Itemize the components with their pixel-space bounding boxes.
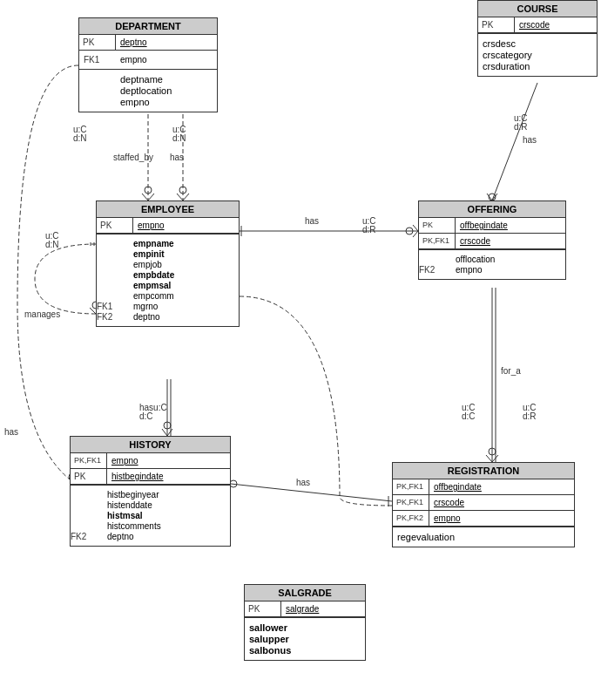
employee-entity: EMPLOYEE PK empno empname empinit empjob…: [96, 200, 240, 327]
notation-dn-2: d:N: [172, 133, 186, 143]
history-pk-field2: histbegindate: [107, 469, 168, 484]
history-pk-label: PK: [71, 469, 107, 484]
course-crscategory: crscategory: [483, 50, 532, 60]
dept-fk1-label: FK1: [84, 55, 120, 65]
emp-blank-6: [97, 291, 133, 301]
off-fk2-label: FK2: [419, 265, 456, 275]
offering-pk-field1: offbegindate: [456, 218, 512, 233]
svg-line-31: [162, 429, 167, 436]
svg-line-6: [183, 194, 189, 200]
sal-salbonus: salbonus: [249, 645, 291, 656]
svg-line-22: [487, 194, 492, 200]
svg-line-9: [90, 308, 96, 314]
employee-pk-field: empno: [133, 218, 169, 233]
salgrade-title: SALGRADE: [245, 585, 365, 601]
emp-mgrno: mgrno: [133, 302, 158, 311]
hist-blank-4: [71, 521, 107, 531]
svg-line-23: [492, 194, 497, 200]
registration-title: REGISTRATION: [393, 463, 574, 479]
hist-histenddate: histenddate: [107, 500, 152, 510]
notation-dn-3: d:N: [45, 240, 59, 249]
department-pk-field: deptno: [116, 35, 152, 50]
emp-deptno: deptno: [133, 312, 160, 322]
reg-regevaluation: regevaluation: [397, 532, 455, 542]
history-pk-field1: empno: [107, 453, 143, 468]
dept-deptlocation: deptlocation: [120, 85, 172, 96]
hist-histmsal: histmsal: [107, 511, 143, 520]
emp-empinit: empinit: [133, 249, 165, 259]
notation-dc-6: d:C: [462, 411, 476, 421]
notation-dn-1: d:N: [73, 133, 87, 143]
dept-deptname: deptname: [120, 74, 163, 85]
emp-empmsal: empmsal: [133, 281, 171, 290]
history-title: HISTORY: [71, 437, 230, 453]
emp-empbdate: empbdate: [133, 270, 174, 280]
svg-line-2: [148, 194, 154, 200]
off-empno: empno: [456, 265, 483, 275]
course-entity: COURSE PK crscode crsdesc crscategory cr…: [477, 0, 598, 77]
reg-pkfk1-label-1: PK,FK1: [393, 479, 429, 494]
label-has-course: has: [523, 135, 537, 145]
svg-line-34: [231, 484, 392, 501]
svg-point-35: [230, 480, 237, 487]
svg-point-3: [145, 187, 152, 194]
department-entity: DEPARTMENT PK deptno FK1 empno deptname …: [78, 17, 218, 112]
notation-dr-4: d:R: [362, 225, 376, 234]
reg-pkfk1-label-2: PK,FK1: [393, 495, 429, 510]
emp-fk1-label: FK1: [97, 302, 133, 311]
course-crsdesc: crsdesc: [483, 38, 516, 49]
offering-title: OFFERING: [419, 201, 565, 218]
employee-fields: empname empinit empjob empbdate empmsal …: [97, 234, 239, 326]
hist-blank: [71, 490, 107, 500]
emp-empjob: empjob: [133, 260, 162, 269]
emp-blank-5: [97, 281, 133, 290]
svg-point-33: [164, 422, 171, 429]
history-entity: HISTORY PK,FK1 empno PK histbegindate hi…: [70, 436, 231, 547]
course-pk-field: crscode: [515, 17, 554, 32]
emp-blank-label: [97, 239, 133, 248]
emp-blank-4: [97, 270, 133, 280]
offering-entity: OFFERING PK offbegindate PK,FK1 crscode …: [418, 200, 566, 280]
offering-pk-label: PK: [419, 218, 456, 233]
reg-pk-field1: offbegindate: [429, 479, 486, 494]
hist-histbeginyear: histbeginyear: [107, 490, 159, 500]
department-pk-label: PK: [79, 35, 116, 50]
label-staffed-by: staffed_by: [113, 153, 153, 162]
svg-point-7: [179, 187, 186, 194]
registration-fields: regevaluation: [393, 527, 574, 547]
department-fields: FK1 empno: [79, 51, 217, 69]
salgrade-entity: SALGRADE PK salgrade sallower salupper s…: [244, 584, 366, 661]
hist-deptno: deptno: [107, 532, 134, 541]
history-fields: histbeginyear histenddate histmsal histc…: [71, 485, 230, 546]
offering-pk-field2: crscode: [456, 234, 495, 248]
notation-dr-5: d:R: [514, 122, 528, 132]
employee-title: EMPLOYEE: [97, 201, 239, 218]
emp-fk2-label: FK2: [97, 312, 133, 322]
history-pkfk1-label: PK,FK1: [71, 453, 107, 468]
course-fields: crsdesc crscategory crsduration: [478, 33, 597, 76]
employee-pk-label: PK: [97, 218, 133, 233]
label-has-left: has: [4, 427, 18, 437]
course-title: COURSE: [478, 1, 597, 17]
label-has-dept: has: [170, 153, 184, 162]
salgrade-pk-field: salgrade: [281, 601, 323, 616]
er-diagram: staffed_by has manages has has has for_a…: [0, 0, 601, 700]
sal-salupper: salupper: [249, 634, 289, 644]
label-manages: manages: [24, 309, 60, 319]
emp-empname: empname: [133, 239, 174, 248]
svg-point-18: [406, 228, 413, 234]
offering-fields: offlocation FK2 empno: [419, 249, 565, 279]
svg-line-26: [486, 455, 492, 462]
department-title: DEPARTMENT: [79, 18, 217, 35]
emp-empcomm: empcomm: [133, 291, 174, 301]
svg-line-1: [142, 194, 148, 200]
svg-point-28: [489, 448, 496, 455]
sal-sallower: sallower: [249, 622, 287, 633]
off-blank: [419, 255, 456, 264]
reg-pk-field2: crscode: [429, 495, 469, 510]
notation-dc: d:C: [139, 411, 153, 421]
hist-fk2-label: FK2: [71, 532, 107, 541]
svg-line-5: [177, 194, 183, 200]
dept-empno: empno: [120, 55, 147, 65]
hist-histcomments: histcomments: [107, 521, 161, 531]
